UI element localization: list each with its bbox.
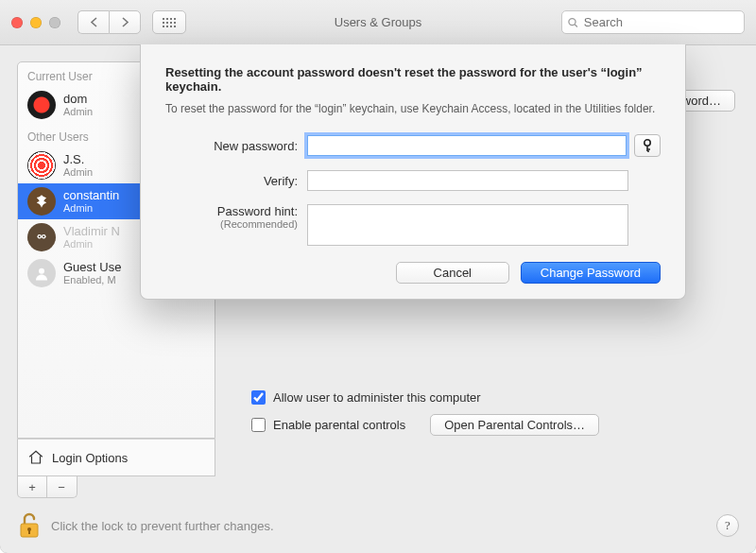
owl-icon bbox=[33, 229, 50, 246]
reset-password-sheet: Resetting the account password doesn't r… bbox=[140, 44, 686, 300]
password-assistant-button[interactable] bbox=[634, 134, 661, 157]
add-remove-bar: + − bbox=[17, 476, 77, 498]
search-input[interactable] bbox=[582, 14, 738, 30]
user-name: dom bbox=[63, 92, 93, 107]
guest-icon bbox=[33, 265, 50, 282]
eagle-icon bbox=[33, 193, 50, 210]
user-name: Guest Use bbox=[63, 260, 121, 275]
open-parental-button[interactable]: Open Parental Controls… bbox=[430, 414, 599, 436]
lock-hint-text: Click the lock to prevent further change… bbox=[51, 519, 274, 533]
svg-rect-6 bbox=[170, 22, 172, 24]
footer: Click the lock to prevent further change… bbox=[17, 511, 739, 540]
help-button[interactable]: ? bbox=[716, 514, 739, 537]
user-role: Admin bbox=[63, 166, 93, 179]
sheet-button-row: Cancel Change Password bbox=[165, 262, 661, 284]
hint-row: Password hint: (Recommended) bbox=[165, 204, 661, 249]
user-name: J.S. bbox=[63, 152, 93, 167]
user-name: constantin bbox=[63, 188, 119, 203]
forward-button[interactable] bbox=[109, 10, 141, 34]
svg-point-16 bbox=[39, 235, 41, 237]
new-password-input[interactable] bbox=[307, 135, 627, 156]
svg-rect-8 bbox=[163, 26, 164, 27]
svg-rect-11 bbox=[174, 26, 176, 27]
enable-parental-label: Enable parental controls bbox=[273, 418, 405, 432]
svg-point-17 bbox=[43, 235, 44, 237]
svg-rect-1 bbox=[166, 18, 168, 20]
avatar-icon bbox=[27, 223, 56, 251]
svg-rect-10 bbox=[170, 26, 172, 27]
minimize-window-button[interactable] bbox=[30, 17, 42, 28]
change-password-confirm-button[interactable]: Change Password bbox=[521, 262, 661, 284]
unlock-icon[interactable] bbox=[17, 511, 42, 540]
avatar-icon bbox=[27, 91, 56, 119]
svg-rect-0 bbox=[163, 18, 164, 20]
search-icon bbox=[568, 17, 578, 28]
user-role: Enabled, M bbox=[63, 274, 121, 286]
svg-rect-21 bbox=[28, 529, 30, 534]
avatar-icon bbox=[27, 151, 56, 180]
search-field[interactable] bbox=[561, 10, 745, 34]
enable-parental-checkbox[interactable] bbox=[251, 418, 266, 432]
svg-rect-9 bbox=[166, 26, 168, 27]
svg-point-12 bbox=[569, 18, 576, 25]
close-window-button[interactable] bbox=[11, 17, 23, 28]
parental-controls-row: Enable parental controls Open Parental C… bbox=[251, 414, 739, 436]
home-icon bbox=[27, 449, 44, 466]
login-options-label: Login Options bbox=[52, 451, 128, 465]
show-all-prefs-button[interactable] bbox=[152, 10, 186, 34]
svg-line-13 bbox=[575, 24, 577, 26]
verify-input[interactable] bbox=[307, 170, 628, 191]
svg-rect-7 bbox=[174, 22, 176, 24]
hint-label: Password hint: (Recommended) bbox=[165, 204, 307, 230]
svg-rect-3 bbox=[174, 18, 176, 20]
hint-input[interactable] bbox=[307, 204, 628, 246]
sheet-heading: Resetting the account password doesn't r… bbox=[165, 65, 661, 94]
allow-admin-checkbox[interactable] bbox=[251, 390, 266, 405]
remove-user-button[interactable]: − bbox=[47, 476, 76, 497]
back-button[interactable] bbox=[77, 10, 109, 34]
verify-label: Verify: bbox=[165, 174, 307, 188]
svg-point-22 bbox=[644, 140, 650, 146]
user-role: Admin bbox=[63, 238, 120, 251]
traffic-lights bbox=[11, 17, 60, 28]
zoom-window-button[interactable] bbox=[49, 17, 60, 28]
user-name: Vladimir N bbox=[63, 224, 120, 239]
svg-rect-4 bbox=[163, 22, 164, 24]
cancel-button[interactable]: Cancel bbox=[396, 262, 509, 284]
key-icon bbox=[642, 139, 653, 152]
user-role: Admin bbox=[63, 106, 93, 118]
svg-rect-5 bbox=[166, 22, 168, 24]
add-user-button[interactable]: + bbox=[18, 476, 47, 497]
svg-rect-2 bbox=[170, 18, 172, 20]
user-options: Allow user to administer this computer E… bbox=[251, 390, 739, 436]
allow-admin-label: Allow user to administer this computer bbox=[273, 390, 481, 405]
avatar-icon bbox=[27, 187, 56, 216]
svg-point-18 bbox=[39, 268, 44, 274]
user-role: Admin bbox=[63, 202, 119, 215]
avatar-icon bbox=[27, 259, 56, 287]
login-options-row[interactable]: Login Options bbox=[17, 439, 215, 476]
titlebar: Users & Groups bbox=[0, 0, 756, 45]
new-password-label: New password: bbox=[165, 139, 307, 153]
nav-back-forward bbox=[77, 10, 141, 34]
verify-row: Verify: bbox=[165, 170, 661, 191]
sheet-explanation: To reset the password for the “login” ke… bbox=[165, 101, 661, 117]
allow-admin-checkbox-row[interactable]: Allow user to administer this computer bbox=[251, 390, 739, 405]
new-password-row: New password: bbox=[165, 134, 661, 157]
